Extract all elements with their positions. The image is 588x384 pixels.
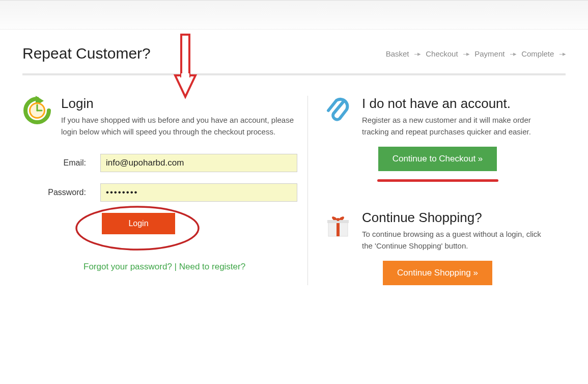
svg-rect-9 xyxy=(337,222,340,236)
continue-checkout-button[interactable]: Continue to Checkout » xyxy=(378,147,497,171)
page-title: Repeat Customer? xyxy=(22,45,151,62)
gift-icon xyxy=(323,210,353,239)
email-field[interactable] xyxy=(100,154,297,172)
breadcrumb-step-basket[interactable]: Basket xyxy=(386,49,409,58)
password-field[interactable] xyxy=(100,183,297,202)
chevron-right-icon: --▸ xyxy=(559,50,566,58)
chevron-right-icon: --▸ xyxy=(463,50,470,58)
svg-point-11 xyxy=(337,218,340,221)
login-button[interactable]: Login xyxy=(102,213,175,234)
clock-refresh-icon xyxy=(22,96,52,125)
chevron-right-icon: --▸ xyxy=(510,50,516,58)
email-label: Email: xyxy=(22,158,100,168)
password-label: Password: xyxy=(22,188,100,197)
paperclip-icon xyxy=(323,96,353,125)
forgot-password-link[interactable]: Forgot your password? xyxy=(83,262,172,271)
breadcrumb-step-checkout[interactable]: Checkout xyxy=(426,49,458,58)
header-row: Repeat Customer? Basket --▸ Checkout --▸… xyxy=(22,30,566,75)
login-title: Login xyxy=(61,96,297,112)
link-separator: | xyxy=(172,262,179,271)
continue-shopping-title: Continue Shopping? xyxy=(362,210,552,226)
svg-marker-1 xyxy=(175,75,195,97)
annotation-underline xyxy=(377,179,498,182)
breadcrumb-step-complete[interactable]: Complete xyxy=(521,49,554,58)
breadcrumb: Basket --▸ Checkout --▸ Payment --▸ Comp… xyxy=(386,49,566,58)
top-band xyxy=(0,0,588,30)
continue-shopping-desc: To continue browsing as a guest without … xyxy=(362,229,552,252)
no-account-title: I do not have an account. xyxy=(362,96,552,112)
register-link[interactable]: Need to register? xyxy=(179,262,245,271)
login-desc: If you have shopped with us before and y… xyxy=(61,115,297,138)
no-account-desc: Register as a new customer and it will m… xyxy=(362,115,552,138)
continue-shopping-button[interactable]: Continue Shopping » xyxy=(383,261,492,285)
breadcrumb-step-payment[interactable]: Payment xyxy=(474,49,505,58)
chevron-right-icon: --▸ xyxy=(414,50,421,58)
